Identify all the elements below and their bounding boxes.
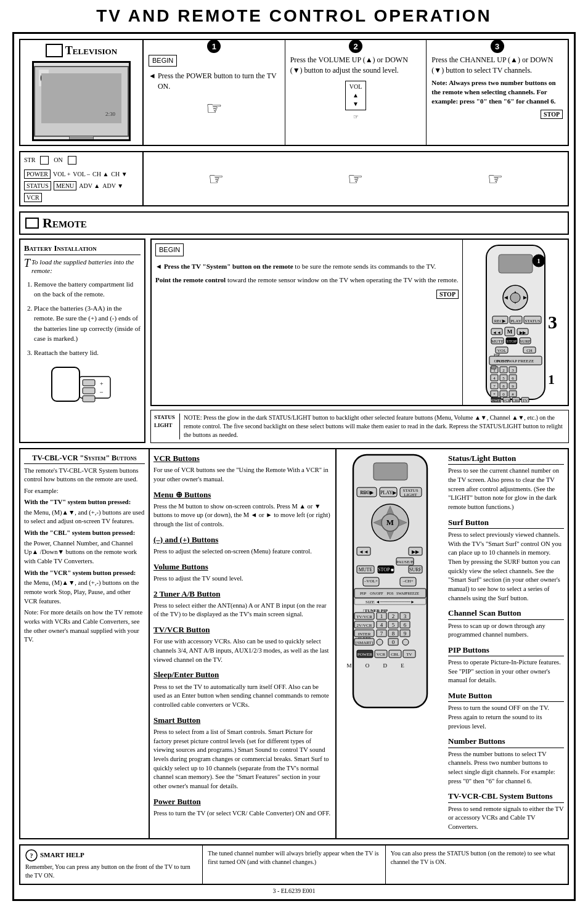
svg-text:2: 2 (502, 368, 505, 373)
power-button-text: Press to turn the TV (or select VCR/ Cab… (153, 809, 332, 818)
cbl-pressed-details: the Power, Channel Number, and Channel U… (24, 539, 145, 566)
svg-text:PIP: PIP (494, 353, 500, 357)
svg-text:3: 3 (512, 368, 514, 373)
menu-buttons-title: Menu ⊕ Buttons (153, 489, 332, 500)
mute-button-title: Mute Button (448, 690, 564, 702)
stop-badge-remote: STOP (436, 290, 459, 299)
svg-text:M O D E: M O D E (346, 662, 410, 669)
center-remote-image: REC▶ CLEAR PLAY▶ STATUS LIGHT M ◄◄ (337, 449, 444, 838)
channel-scan-text: Press to scan up or down through any pro… (448, 622, 564, 640)
svg-rect-8 (499, 255, 533, 273)
tv-panel: Television 6 2:30 (20, 40, 144, 145)
battery-step-2: Place the batteries (3-AA) in the remote… (34, 303, 141, 344)
svg-text:0: 0 (502, 392, 505, 397)
tv-vcr-cbl-system-text: Press to send remote signals to either t… (448, 805, 564, 832)
step-3-number: 3 (491, 39, 504, 53)
svg-text:*: * (493, 392, 496, 397)
svg-text:–: – (99, 388, 104, 395)
vcr-buttons-text: For use of VCR buttons see the "Using th… (153, 466, 332, 484)
svg-rect-3 (83, 388, 95, 394)
volume-buttons-graphic: VOL ▲ ▼ ☞ (290, 81, 422, 121)
svg-text:REC▶: REC▶ (494, 319, 506, 324)
step-2-panel: 2 Press the VOLUME UP (▲) or DOWN (▼) bu… (285, 40, 427, 145)
right-buttons-col: Status/Light Button Press to see the cur… (444, 449, 568, 838)
tuner-ab-text: Press to select either the ANT(enna) A o… (153, 601, 332, 619)
begin-badge-2: BEGIN (155, 243, 184, 256)
top-remote-hands: ☞ ☞ ☞ (144, 152, 568, 205)
svg-text:MUTE: MUTE (491, 339, 504, 344)
begin-steps-col: BEGIN ◄ Press the TV "System" button on … (152, 240, 463, 405)
svg-text:VCR: VCR (502, 399, 510, 402)
step-3-note: Note: Always press two number buttons on… (431, 78, 563, 107)
svg-rect-67 (491, 365, 496, 369)
svg-text:–CH+: –CH+ (402, 579, 413, 584)
svg-text:◄: ◄ (503, 294, 509, 301)
volume-buttons-title: Volume Buttons (153, 561, 332, 573)
battery-intro: TTo load the supplied batteries into the… (24, 258, 141, 275)
remote-label-row: Remote (19, 211, 569, 235)
vcr-pressed-details: the Menu, (M)▲▼, and (+,-) buttons on th… (24, 579, 145, 606)
sleep-enter-text: Press to set the TV to automatically tur… (153, 683, 332, 710)
tuner-ab-title: 2 Tuner A/B Button (153, 589, 332, 600)
smart-help-label: SMART HELP (40, 850, 84, 860)
svg-text:▶▶: ▶▶ (520, 330, 526, 335)
svg-text:8: 8 (502, 384, 505, 389)
svg-rect-2 (83, 380, 95, 386)
footer-smart-help-cell: ? SMART HELP Remember, You can press any… (20, 846, 203, 884)
svg-text:[SMART]: [SMART] (356, 640, 373, 645)
svg-text:1: 1 (537, 257, 541, 264)
page-number: 3 - EL6239 E001 (19, 887, 569, 894)
surf-button-title: Surf Button (448, 517, 564, 529)
tv-pressed-details: the Menu, (M)▲▼, and (+,-) buttons are u… (24, 508, 145, 526)
svg-text:M: M (507, 328, 512, 335)
svg-text:ON/OFF: ON/OFF (370, 592, 383, 595)
svg-text:6: 6 (404, 622, 407, 628)
smart-button-text: Press to select from a list of Smart con… (153, 728, 332, 791)
svg-text:5: 5 (502, 376, 505, 381)
svg-text:▶▶: ▶▶ (412, 549, 420, 555)
remote-svg: 1 ▲ ▼ ◄ ► REC▶ PLAY STATU (468, 242, 563, 402)
svg-text:9: 9 (404, 630, 407, 637)
number-buttons-title: Number Buttons (448, 736, 564, 748)
number-buttons-text: Press the number buttons to select TV ch… (448, 750, 564, 786)
svg-text:STOP: STOP (506, 339, 517, 344)
center-buttons-col: VCR Buttons For use of VCR buttons see t… (150, 449, 337, 838)
svg-text:LIGHT: LIGHT (404, 492, 418, 497)
svg-text:STOP ■: STOP ■ (378, 567, 394, 573)
svg-text:3: 3 (548, 312, 557, 332)
svg-text:+: + (100, 380, 104, 387)
tv-icon (46, 44, 63, 57)
svg-text:7: 7 (380, 630, 383, 637)
svg-text:2V/VCR: 2V/VCR (357, 623, 372, 628)
svg-text:9: 9 (512, 384, 514, 389)
svg-text:–VOL+: –VOL+ (364, 579, 378, 584)
minus-plus-title: (–) and (+) Buttons (153, 534, 332, 545)
step-2-text: Press the VOLUME UP (▲) or DOWN (▼) butt… (290, 55, 422, 76)
vcr-buttons-title: VCR Buttons (153, 453, 332, 464)
svg-text:TV/VCR: TV/VCR (356, 614, 372, 619)
svg-text:CH: CH (526, 348, 533, 353)
smart-button-title: Smart Button (153, 715, 332, 726)
stop-badge-top: STOP (541, 110, 563, 119)
svg-text:◄◄: ◄◄ (492, 330, 501, 335)
svg-text:CBL: CBL (391, 652, 399, 657)
svg-point-149 (377, 639, 383, 645)
status-light-note: STATUS LIGHT NOTE: Press the glow in the… (150, 410, 569, 443)
footer-col3: You can also press the STATUS button (on… (386, 846, 568, 884)
step-2-number: 2 (349, 39, 362, 53)
step-3-text: Press the CHANNEL UP (▲) or DOWN (▼) but… (431, 55, 563, 76)
svg-text:MUTE: MUTE (359, 567, 373, 573)
power-press-icon: ☞ (149, 96, 280, 121)
svg-text:3: 3 (404, 613, 407, 619)
menu-buttons-text: Press the M button to show on-screen con… (153, 502, 332, 529)
svg-text:8: 8 (392, 630, 395, 637)
remote-icon (25, 218, 39, 229)
volume-buttons-text: Press to adjust the TV sound level. (153, 574, 332, 584)
tv-vcr-cbl-system-title: TV-VCR-CBL System Buttons (448, 791, 564, 802)
battery-step-3: Reattach the battery lid. (34, 348, 141, 358)
svg-text:1: 1 (548, 372, 555, 387)
svg-text:5: 5 (392, 622, 395, 628)
begin-badge-1: BEGIN (149, 55, 177, 67)
for-example: For example: (24, 487, 145, 496)
cbl-pressed-label: With the "CBL" system button pressed: (24, 529, 145, 538)
